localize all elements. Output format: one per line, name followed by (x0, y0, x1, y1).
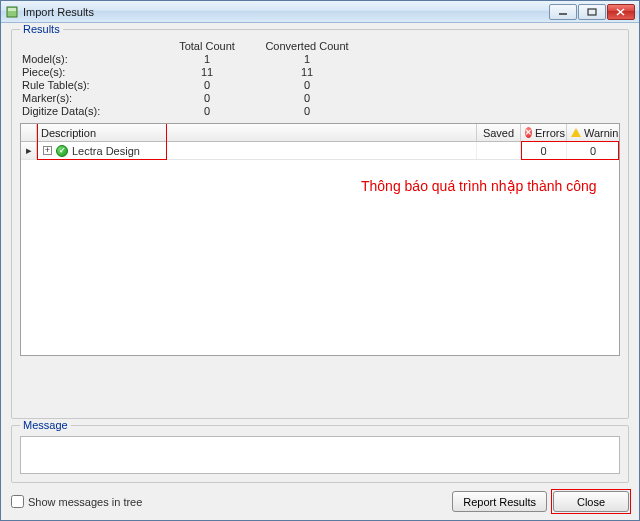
maximize-button[interactable] (578, 4, 606, 20)
row-markers-converted: 0 (252, 92, 362, 104)
success-icon: ✓ (56, 145, 68, 157)
summary-table: Total Count Converted Count Model(s): 1 … (20, 40, 620, 117)
row-models-total: 1 (162, 53, 252, 65)
show-messages-checkbox[interactable]: Show messages in tree (11, 495, 142, 508)
col-converted-header: Converted Count (252, 40, 362, 52)
minimize-button[interactable] (549, 4, 577, 20)
cell-description: + ✓ Lectra Design (37, 142, 477, 159)
message-box[interactable] (20, 436, 620, 474)
row-markers-label: Marker(s): (22, 92, 162, 104)
row-digitize-converted: 0 (252, 105, 362, 117)
results-grid[interactable]: Description Saved ✕ Errors Warnin ▸ + (20, 123, 620, 356)
titlebar: Import Results (1, 1, 639, 23)
grid-header: Description Saved ✕ Errors Warnin (21, 124, 619, 142)
show-messages-input[interactable] (11, 495, 24, 508)
row-pieces-label: Piece(s): (22, 66, 162, 78)
message-group: Message (11, 425, 629, 483)
row-models-converted: 1 (252, 53, 362, 65)
row-pieces-converted: 11 (252, 66, 362, 78)
cell-errors: 0 (521, 142, 567, 159)
row-digitize-label: Digitize Data(s): (22, 105, 162, 117)
row-markers-total: 0 (162, 92, 252, 104)
results-label: Results (20, 23, 63, 35)
col-errors-label: Errors (535, 127, 565, 139)
error-icon: ✕ (525, 127, 532, 138)
row-pieces-total: 11 (162, 66, 252, 78)
results-group: Results Total Count Converted Count Mode… (11, 29, 629, 419)
svg-rect-3 (588, 9, 596, 15)
row-ruletables-total: 0 (162, 79, 252, 91)
window-controls (549, 4, 635, 20)
col-description[interactable]: Description (37, 124, 477, 141)
row-digitize-total: 0 (162, 105, 252, 117)
svg-rect-1 (8, 8, 16, 11)
expand-icon[interactable]: + (43, 146, 52, 155)
cell-warnings: 0 (567, 142, 619, 159)
grid-corner (21, 124, 37, 141)
col-saved[interactable]: Saved (477, 124, 521, 141)
col-warnings[interactable]: Warnin (567, 124, 619, 141)
table-row[interactable]: ▸ + ✓ Lectra Design 0 0 (21, 142, 619, 160)
show-messages-label: Show messages in tree (28, 496, 142, 508)
footer: Show messages in tree Report Results Clo… (11, 491, 629, 512)
annotation-text: Thông báo quá trình nhập thành công (361, 178, 597, 194)
row-models-label: Model(s): (22, 53, 162, 65)
row-description-text: Lectra Design (72, 145, 140, 157)
row-ruletables-converted: 0 (252, 79, 362, 91)
col-warnings-label: Warnin (584, 127, 618, 139)
col-errors[interactable]: ✕ Errors (521, 124, 567, 141)
row-indicator: ▸ (21, 142, 37, 159)
report-results-button[interactable]: Report Results (452, 491, 547, 512)
close-window-button[interactable] (607, 4, 635, 20)
message-label: Message (20, 419, 71, 431)
content-area: Results Total Count Converted Count Mode… (1, 23, 639, 520)
import-results-window: Import Results Results Total Count Conve… (0, 0, 640, 521)
cell-saved (477, 142, 521, 159)
warning-icon (571, 128, 581, 137)
col-total-header: Total Count (162, 40, 252, 52)
row-ruletables-label: Rule Table(s): (22, 79, 162, 91)
window-title: Import Results (23, 6, 549, 18)
close-button[interactable]: Close (553, 491, 629, 512)
app-icon (5, 5, 19, 19)
